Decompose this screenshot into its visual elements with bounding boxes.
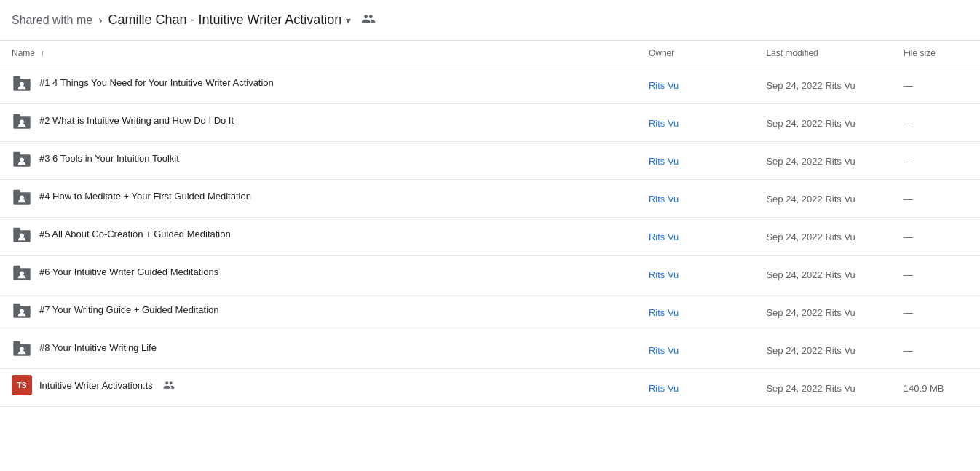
owner-link[interactable]: Rits Vu <box>649 383 679 394</box>
owner-link[interactable]: Rits Vu <box>649 118 679 129</box>
modified-text: Sep 24, 2022 Rits Vu <box>766 118 855 129</box>
svg-rect-1 <box>13 76 20 81</box>
folder-shared-icon <box>12 148 32 168</box>
table-row[interactable]: #6 Your Intuitive Writer Guided Meditati… <box>0 256 980 293</box>
people-icon[interactable] <box>361 12 376 28</box>
modified-text: Sep 24, 2022 Rits Vu <box>766 231 855 242</box>
modified-text: Sep 24, 2022 Rits Vu <box>766 156 855 167</box>
folder-shared-icon <box>12 299 32 320</box>
sort-icon: ↑ <box>40 48 44 58</box>
folder-shared-icon <box>12 337 32 357</box>
owner-link[interactable]: Rits Vu <box>649 345 679 356</box>
breadcrumb-dropdown-icon[interactable]: ▾ <box>346 15 351 26</box>
file-size: — <box>904 269 913 280</box>
svg-rect-22 <box>13 341 20 346</box>
file-size: — <box>904 156 913 167</box>
folder-shared-icon <box>12 110 32 130</box>
modified-text: Sep 24, 2022 Rits Vu <box>766 345 855 356</box>
modified-text: Sep 24, 2022 Rits Vu <box>766 307 855 318</box>
svg-point-23 <box>20 347 24 351</box>
file-name: #1 4 Things You Need for Your Intuitive … <box>39 77 274 88</box>
svg-rect-7 <box>13 152 20 157</box>
table-row[interactable]: #4 How to Meditate + Your First Guided M… <box>0 180 980 218</box>
folder-shared-icon <box>12 72 32 92</box>
file-name: #6 Your Intuitive Writer Guided Meditati… <box>39 266 218 277</box>
file-size: — <box>904 345 913 356</box>
file-size: — <box>904 118 913 129</box>
owner-link[interactable]: Rits Vu <box>649 269 679 280</box>
table-row[interactable]: #7 Your Writing Guide + Guided Meditatio… <box>0 293 980 331</box>
folder-shared-icon <box>12 223 32 244</box>
file-name: #8 Your Intuitive Writing Life <box>39 342 157 353</box>
owner-link[interactable]: Rits Vu <box>649 307 679 318</box>
svg-point-5 <box>20 119 24 124</box>
shared-badge <box>163 379 175 392</box>
file-name: #2 What is Intuitive Writing and How Do … <box>39 115 234 126</box>
modified-text: Sep 24, 2022 Rits Vu <box>766 194 855 205</box>
svg-point-8 <box>20 157 24 162</box>
owner-link[interactable]: Rits Vu <box>649 231 679 242</box>
file-name: #4 How to Meditate + Your First Guided M… <box>39 191 251 202</box>
breadcrumb-separator: › <box>98 14 102 27</box>
svg-rect-13 <box>13 228 20 232</box>
table-header-row: Name ↑ Owner Last modified File size <box>0 41 980 66</box>
col-header-owner[interactable]: Owner <box>637 41 755 66</box>
file-size: 140.9 MB <box>904 383 944 394</box>
file-size: — <box>904 231 913 242</box>
file-size: — <box>904 194 913 205</box>
col-header-size[interactable]: File size <box>892 41 980 66</box>
modified-text: Sep 24, 2022 Rits Vu <box>766 269 855 280</box>
col-header-modified[interactable]: Last modified <box>754 41 891 66</box>
ts-file-icon: TS <box>12 375 32 395</box>
breadcrumb-current-folder[interactable]: Camille Chan - Intuitive Writer Activati… <box>108 12 352 28</box>
svg-rect-16 <box>13 266 20 270</box>
owner-link[interactable]: Rits Vu <box>649 194 679 205</box>
breadcrumb-current-text: Camille Chan - Intuitive Writer Activati… <box>108 12 342 28</box>
breadcrumb-parent[interactable]: Shared with me <box>12 14 92 27</box>
svg-point-2 <box>20 82 24 86</box>
file-name: #5 All About Co-Creation + Guided Medita… <box>39 229 231 240</box>
ts-icon-label: TS <box>12 375 32 395</box>
svg-rect-19 <box>13 304 20 308</box>
svg-rect-4 <box>13 114 20 119</box>
folder-shared-icon <box>12 261 32 282</box>
table-row[interactable]: #8 Your Intuitive Writing LifeRits VuSep… <box>0 331 980 369</box>
owner-link[interactable]: Rits Vu <box>649 156 679 167</box>
svg-point-17 <box>20 271 24 275</box>
file-table: Name ↑ Owner Last modified File size #1 … <box>0 41 980 407</box>
modified-text: Sep 24, 2022 Rits Vu <box>766 80 855 91</box>
file-name: #7 Your Writing Guide + Guided Meditatio… <box>39 304 219 315</box>
svg-point-11 <box>20 195 24 199</box>
svg-point-14 <box>20 233 24 237</box>
modified-text: Sep 24, 2022 Rits Vu <box>766 383 855 394</box>
breadcrumb-bar: Shared with me › Camille Chan - Intuitiv… <box>0 0 980 41</box>
file-name: #3 6 Tools in Your Intuition Toolkit <box>39 153 179 164</box>
folder-shared-icon <box>12 186 32 206</box>
table-row[interactable]: #5 All About Co-Creation + Guided Medita… <box>0 218 980 256</box>
svg-point-20 <box>20 309 24 313</box>
table-row[interactable]: #2 What is Intuitive Writing and How Do … <box>0 104 980 142</box>
table-row[interactable]: TSIntuitive Writer Activation.tsRits VuS… <box>0 369 980 407</box>
file-size: — <box>904 80 913 91</box>
table-row[interactable]: #1 4 Things You Need for Your Intuitive … <box>0 66 980 104</box>
owner-link[interactable]: Rits Vu <box>649 80 679 91</box>
file-size: — <box>904 307 913 318</box>
table-row[interactable]: #3 6 Tools in Your Intuition ToolkitRits… <box>0 142 980 180</box>
col-header-name[interactable]: Name ↑ <box>0 41 637 66</box>
svg-rect-10 <box>13 190 20 194</box>
file-name: Intuitive Writer Activation.ts <box>39 380 153 391</box>
